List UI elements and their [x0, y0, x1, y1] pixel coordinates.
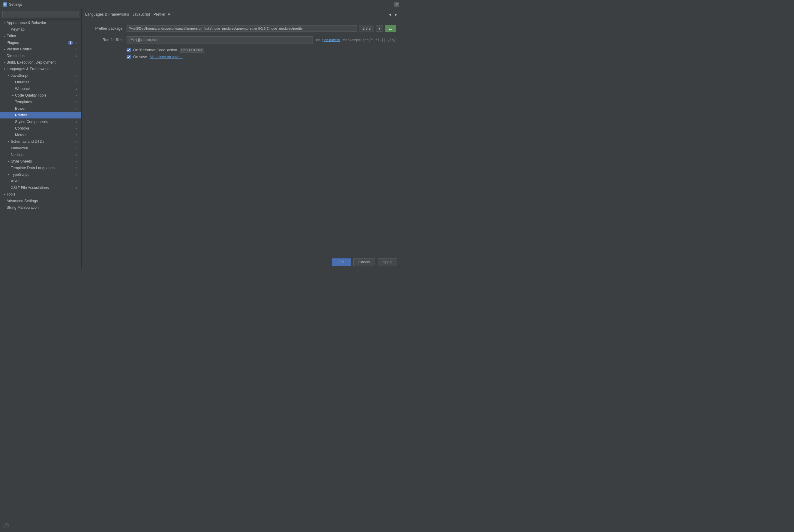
sidebar-item-prettier[interactable]: Prettier≡	[0, 112, 81, 118]
settings-icon-version-control[interactable]: ≡	[74, 47, 79, 52]
on-save-checkbox[interactable]	[127, 55, 131, 59]
prettier-package-row: Prettier package: 2.6.2 ▼ ...	[88, 25, 396, 32]
sidebar-item-bower[interactable]: Bower≡	[0, 105, 81, 112]
sidebar-item-directories[interactable]: Directories≡	[0, 53, 81, 59]
sidebar-item-build-execution[interactable]: ▸Build, Execution, Deployment	[0, 59, 81, 66]
settings-icon-schemas-dtds[interactable]: ≡	[74, 139, 79, 144]
sidebar-item-editor[interactable]: ▸Editor	[0, 33, 81, 39]
sidebar-item-label-directories: Directories	[6, 54, 74, 58]
run-for-files-row: Run for files: Use glob pattern , for ex…	[88, 36, 396, 43]
sidebar-item-xslt-file-assoc[interactable]: XSLT File Associations≡	[0, 185, 81, 191]
settings-icon-libraries[interactable]: ≡	[74, 80, 79, 84]
badge-plugins: 1	[68, 41, 73, 45]
sidebar-item-keymap[interactable]: Keymap	[0, 26, 81, 33]
settings-icon-xslt-file-assoc[interactable]: ≡	[74, 185, 79, 190]
sidebar-item-xslt[interactable]: XSLT	[0, 178, 81, 185]
settings-icon-webpack[interactable]: ≡	[74, 87, 79, 91]
sidebar-item-code-quality-tools[interactable]: ▸Code Quality Tools≡	[0, 92, 81, 99]
all-actions-link[interactable]: All actions on save...	[150, 55, 183, 59]
run-for-files-input[interactable]	[127, 36, 313, 43]
settings-icon-markdown[interactable]: ≡	[74, 146, 79, 151]
on-save-label[interactable]: On save	[133, 55, 147, 59]
settings-icon-template-data-languages[interactable]: ≡	[74, 166, 79, 170]
ok-button[interactable]: OK	[332, 258, 351, 266]
sidebar-item-libraries[interactable]: Libraries≡	[0, 79, 81, 86]
sidebar-item-languages-frameworks[interactable]: ▾Languages & Frameworks	[0, 66, 81, 72]
sidebar-item-schemas-dtds[interactable]: ▸Schemas and DTDs≡	[0, 138, 81, 145]
title-bar-left: ⚙ Settings	[3, 2, 22, 6]
sidebar-item-label-advanced-settings: Advanced Settings	[6, 199, 79, 203]
sidebar-item-label-template-data-languages: Template Data Languages	[11, 166, 74, 170]
sidebar-item-label-typescript: TypeScript	[11, 172, 74, 177]
sidebar-item-label-tools: Tools	[6, 192, 79, 196]
prettier-package-field: 2.6.2 ▼ ...	[127, 25, 396, 32]
sidebar-item-version-control[interactable]: ▸Version Control≡	[0, 46, 81, 53]
sidebar-item-cordova[interactable]: Cordova≡	[0, 125, 81, 132]
settings-icon-nodejs[interactable]: ≡	[74, 152, 79, 157]
close-button[interactable]: ✕	[394, 2, 399, 7]
sidebar-item-label-schemas-dtds: Schemas and DTDs	[11, 139, 74, 144]
settings-icon-javascript[interactable]: ≡	[74, 73, 79, 78]
apply-button[interactable]: Apply	[378, 258, 397, 266]
sidebar-item-label-languages-frameworks: Languages & Frameworks	[6, 67, 79, 71]
nav-forward-icon[interactable]: ▸	[394, 12, 398, 17]
sidebar-item-templates[interactable]: Templates≡	[0, 99, 81, 105]
glob-pattern-link[interactable]: glob pattern	[322, 38, 340, 42]
settings-icon-templates[interactable]: ≡	[74, 99, 79, 104]
expand-arrow-code-quality-tools: ▸	[11, 94, 15, 97]
prettier-version-badge: 2.6.2	[359, 25, 374, 32]
sidebar-item-plugins[interactable]: Plugins1≡	[0, 39, 81, 46]
reformat-shortcut: Ctrl+Alt+Enter	[180, 48, 204, 53]
sidebar-item-meteor[interactable]: Meteor≡	[0, 132, 81, 138]
sidebar-item-webpack[interactable]: Webpack≡	[0, 86, 81, 92]
sidebar-item-label-code-quality-tools: Code Quality Tools	[15, 93, 74, 97]
sidebar: ▸Appearance & BehaviorKeymap▸EditorPlugi…	[0, 9, 81, 269]
settings-icon-cordova[interactable]: ≡	[74, 126, 79, 131]
sidebar-item-template-data-languages[interactable]: Template Data Languages≡	[0, 165, 81, 171]
sidebar-item-appearance-behavior[interactable]: ▸Appearance & Behavior	[0, 19, 81, 26]
sidebar-item-label-keymap: Keymap	[11, 27, 79, 32]
prettier-package-input[interactable]	[127, 25, 357, 32]
panel-body: Prettier package: 2.6.2 ▼ ... Run for fi…	[81, 20, 402, 142]
expand-arrow-languages-frameworks: ▾	[2, 68, 6, 71]
settings-icon: ⚙	[3, 2, 7, 6]
sidebar-item-label-bower: Bower	[15, 107, 74, 111]
settings-icon-directories[interactable]: ≡	[74, 53, 79, 58]
cancel-button[interactable]: Cancel	[353, 258, 375, 266]
run-for-files-field: Use glob pattern , for example, {**/*,*}…	[127, 36, 396, 43]
sidebar-item-tools[interactable]: ▸Tools	[0, 191, 81, 197]
prettier-action-button[interactable]: ...	[385, 25, 396, 32]
sidebar-item-label-plugins: Plugins	[6, 40, 68, 45]
title-bar: ⚙ Settings ✕	[0, 0, 402, 9]
settings-icon-code-quality-tools[interactable]: ≡	[74, 93, 79, 98]
search-input[interactable]	[2, 11, 79, 17]
settings-icon-prettier[interactable]: ≡	[74, 113, 79, 117]
sidebar-item-string-manipulation[interactable]: String Manipulation	[0, 204, 81, 211]
sidebar-item-styled-components[interactable]: Styled Components≡	[0, 118, 81, 125]
sidebar-item-javascript[interactable]: ▾JavaScript≡	[0, 72, 81, 79]
sidebar-item-advanced-settings[interactable]: Advanced Settings	[0, 197, 81, 204]
settings-icon-bower[interactable]: ≡	[74, 106, 79, 111]
settings-icon-meteor[interactable]: ≡	[74, 133, 79, 137]
settings-icon-typescript[interactable]: ≡	[74, 172, 79, 177]
settings-icon-plugins[interactable]: ≡	[74, 40, 79, 45]
settings-icon-style-sheets[interactable]: ≡	[74, 159, 79, 164]
header-icons: ◂ ▸	[387, 12, 398, 17]
hint-text: Use glob pattern , for example, {**/*,*}…	[315, 38, 396, 42]
prettier-dropdown-button[interactable]: ▼	[376, 25, 383, 32]
on-reformat-checkbox[interactable]	[127, 48, 131, 52]
sidebar-item-label-libraries: Libraries	[15, 80, 74, 84]
sidebar-item-markdown[interactable]: Markdown≡	[0, 145, 81, 151]
sidebar-item-style-sheets[interactable]: ▸Style Sheets≡	[0, 158, 81, 165]
on-reformat-row: On 'Reformat Code' action Ctrl+Alt+Enter	[88, 48, 396, 53]
breadcrumb-sep-1: ›	[130, 13, 131, 16]
settings-icon-styled-components[interactable]: ≡	[74, 119, 79, 124]
breadcrumb-part-2: JavaScript	[133, 12, 150, 17]
sidebar-item-typescript[interactable]: ▸TypeScript≡	[0, 171, 81, 178]
nav-back-icon[interactable]: ◂	[387, 12, 392, 17]
sidebar-item-nodejs[interactable]: Node.js≡	[0, 151, 81, 158]
sidebar-item-label-meteor: Meteor	[15, 133, 74, 137]
breadcrumb-part-3: Prettier	[154, 12, 166, 17]
breadcrumb-menu-icon[interactable]: ≡	[168, 12, 170, 17]
on-reformat-label[interactable]: On 'Reformat Code' action	[133, 48, 177, 52]
